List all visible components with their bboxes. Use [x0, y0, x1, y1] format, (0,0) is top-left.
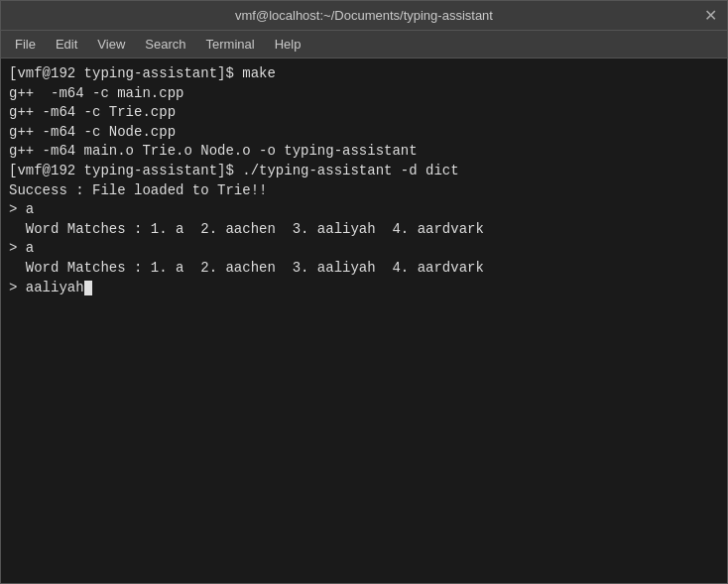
window-title: vmf@localhost:~/Documents/typing-assista… — [235, 8, 493, 23]
terminal-output[interactable]: [vmf@192 typing-assistant]$ makeg++ -m64… — [1, 58, 727, 583]
terminal-line: [vmf@192 typing-assistant]$ ./typing-ass… — [9, 162, 719, 181]
menu-item-edit[interactable]: Edit — [46, 35, 87, 54]
terminal-line: Word Matches : 1. a 2. aachen 3. aaliyah… — [9, 220, 719, 240]
close-button[interactable]: ✕ — [704, 8, 717, 24]
terminal-line: g++ -m64 -c Trie.cpp — [9, 103, 719, 123]
terminal-line: g++ -m64 -c Node.cpp — [9, 123, 719, 143]
menu-item-file[interactable]: File — [5, 35, 46, 54]
terminal-line: > a — [9, 200, 719, 220]
terminal-line: > a — [9, 239, 719, 259]
terminal-area: [vmf@192 typing-assistant]$ makeg++ -m64… — [1, 58, 727, 583]
terminal-cursor — [84, 281, 92, 295]
terminal-line: [vmf@192 typing-assistant]$ make — [9, 64, 719, 84]
terminal-line: g++ -m64 -c main.cpp — [9, 84, 719, 104]
terminal-line: > aaliyah — [9, 279, 719, 298]
terminal-line: Word Matches : 1. a 2. aachen 3. aaliyah… — [9, 259, 719, 279]
menu-bar: FileEditViewSearchTerminalHelp — [1, 31, 727, 58]
terminal-window: vmf@localhost:~/Documents/typing-assista… — [0, 0, 728, 584]
terminal-line: g++ -m64 main.o Trie.o Node.o -o typing-… — [9, 142, 719, 162]
menu-item-view[interactable]: View — [87, 35, 135, 54]
menu-item-help[interactable]: Help — [265, 35, 311, 54]
title-bar: vmf@localhost:~/Documents/typing-assista… — [1, 1, 727, 31]
terminal-line: Success : File loaded to Trie!! — [9, 181, 719, 201]
menu-item-terminal[interactable]: Terminal — [196, 35, 265, 54]
menu-item-search[interactable]: Search — [135, 35, 195, 54]
